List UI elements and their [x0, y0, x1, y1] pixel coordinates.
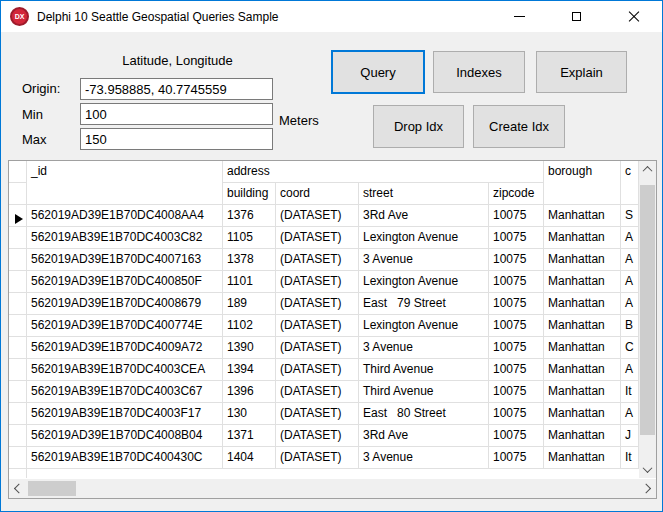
table-row[interactable]: 562019AD39E1B70DC400774E1102(DATASET)Lex…: [9, 315, 639, 337]
cell-zipcode[interactable]: 10075: [489, 205, 544, 227]
cell-borough[interactable]: Manhattan: [544, 205, 621, 227]
create-idx-button[interactable]: Create Idx: [473, 105, 565, 148]
column-header-coord[interactable]: coord: [276, 183, 359, 205]
cell-street[interactable]: 3 Avenue: [359, 447, 489, 469]
maximize-button[interactable]: [548, 1, 605, 32]
table-row[interactable]: 562019AB39E1B70DC4003F17130(DATASET)East…: [9, 403, 639, 425]
table-row[interactable]: 562019AD39E1B70DC4009A721390(DATASET)3 A…: [9, 337, 639, 359]
horizontal-scrollbar-thumb[interactable]: [28, 481, 76, 496]
horizontal-scrollbar[interactable]: [9, 479, 656, 498]
close-button[interactable]: [605, 1, 662, 32]
cell-zipcode[interactable]: 10075: [489, 337, 544, 359]
title-bar[interactable]: DX Delphi 10 Seattle Geospatial Queries …: [1, 1, 662, 32]
cell-borough[interactable]: Manhattan: [544, 227, 621, 249]
table-row[interactable]: 562019AD39E1B70DC4008B041371(DATASET)3Rd…: [9, 425, 639, 447]
cell-cuisine[interactable]: It: [621, 447, 639, 469]
table-row[interactable]: 562019AB39E1B70DC400430C1404(DATASET)3 A…: [9, 447, 639, 469]
cell-street[interactable]: Lexington Avenue: [359, 227, 489, 249]
vertical-scrollbar-thumb[interactable]: [640, 185, 655, 435]
scroll-right-button[interactable]: [639, 479, 656, 498]
cell-coord[interactable]: (DATASET): [276, 315, 359, 337]
cell-id[interactable]: 562019AB39E1B70DC4003F17: [27, 403, 223, 425]
column-header-street[interactable]: street: [359, 183, 489, 205]
cell-id[interactable]: 562019AD39E1B70DC4008AA4: [27, 205, 223, 227]
cell-zipcode[interactable]: 10075: [489, 447, 544, 469]
table-row[interactable]: 562019AD39E1B70DC40071631378(DATASET)3 A…: [9, 249, 639, 271]
cell-zipcode[interactable]: 10075: [489, 315, 544, 337]
table-row[interactable]: 562019AD39E1B70DC4008AA41376(DATASET)3Rd…: [9, 205, 639, 227]
cell-cuisine[interactable]: C: [621, 337, 639, 359]
cell-street[interactable]: 3 Avenue: [359, 337, 489, 359]
cell-building[interactable]: 1394: [223, 359, 276, 381]
cell-cuisine[interactable]: A: [621, 403, 639, 425]
cell-zipcode[interactable]: 10075: [489, 249, 544, 271]
cell-borough[interactable]: Manhattan: [544, 359, 621, 381]
cell-zipcode[interactable]: 10075: [489, 403, 544, 425]
cell-id[interactable]: 562019AD39E1B70DC4008B04: [27, 425, 223, 447]
cell-coord[interactable]: (DATASET): [276, 227, 359, 249]
cell-borough[interactable]: Manhattan: [544, 381, 621, 403]
cell-coord[interactable]: (DATASET): [276, 359, 359, 381]
cell-street[interactable]: 3 Avenue: [359, 249, 489, 271]
cell-building[interactable]: 1371: [223, 425, 276, 447]
cell-coord[interactable]: (DATASET): [276, 249, 359, 271]
minimize-button[interactable]: [491, 1, 548, 32]
table-row[interactable]: 562019AB39E1B70DC4003C671396(DATASET)Thi…: [9, 381, 639, 403]
cell-street[interactable]: Third Avenue: [359, 359, 489, 381]
cell-coord[interactable]: (DATASET): [276, 447, 359, 469]
cell-street[interactable]: East 79 Street: [359, 293, 489, 315]
table-row[interactable]: 562019AB39E1B70DC4003C821105(DATASET)Lex…: [9, 227, 639, 249]
cell-id[interactable]: 562019AD39E1B70DC400850F: [27, 271, 223, 293]
cell-coord[interactable]: (DATASET): [276, 425, 359, 447]
table-row[interactable]: 562019AD39E1B70DC400850F1101(DATASET)Lex…: [9, 271, 639, 293]
cell-id[interactable]: 562019AB39E1B70DC4003CEA: [27, 359, 223, 381]
cell-building[interactable]: 1376: [223, 205, 276, 227]
cell-borough[interactable]: Manhattan: [544, 271, 621, 293]
cell-coord[interactable]: (DATASET): [276, 205, 359, 227]
cell-cuisine[interactable]: B: [621, 315, 639, 337]
cell-borough[interactable]: Manhattan: [544, 403, 621, 425]
cell-zipcode[interactable]: 10075: [489, 271, 544, 293]
cell-cuisine[interactable]: S: [621, 205, 639, 227]
max-input[interactable]: [80, 128, 273, 150]
cell-building[interactable]: 1396: [223, 381, 276, 403]
cell-id[interactable]: 562019AB39E1B70DC400430C: [27, 447, 223, 469]
cell-street[interactable]: Lexington Avenue: [359, 315, 489, 337]
cell-id[interactable]: 562019AD39E1B70DC4009A72: [27, 337, 223, 359]
min-input[interactable]: [80, 103, 273, 125]
cell-zipcode[interactable]: 10075: [489, 381, 544, 403]
indexes-button[interactable]: Indexes: [433, 51, 525, 93]
cell-id[interactable]: 562019AB39E1B70DC4003C67: [27, 381, 223, 403]
cell-borough[interactable]: Manhattan: [544, 425, 621, 447]
cell-cuisine[interactable]: A: [621, 227, 639, 249]
table-row[interactable]: 562019AD39E1B70DC4008679189(DATASET)East…: [9, 293, 639, 315]
column-header-borough[interactable]: borough: [544, 161, 621, 205]
cell-zipcode[interactable]: 10075: [489, 293, 544, 315]
cell-street[interactable]: Third Avenue: [359, 381, 489, 403]
cell-id[interactable]: 562019AD39E1B70DC4007163: [27, 249, 223, 271]
cell-borough[interactable]: Manhattan: [544, 315, 621, 337]
column-header-zipcode[interactable]: zipcode: [489, 183, 544, 205]
cell-cuisine[interactable]: It: [621, 381, 639, 403]
cell-building[interactable]: 1101: [223, 271, 276, 293]
cell-street[interactable]: 3Rd Ave: [359, 205, 489, 227]
cell-coord[interactable]: (DATASET): [276, 271, 359, 293]
cell-cuisine[interactable]: A: [621, 271, 639, 293]
cell-coord[interactable]: (DATASET): [276, 381, 359, 403]
drop-idx-button[interactable]: Drop Idx: [373, 105, 464, 148]
cell-zipcode[interactable]: 10075: [489, 227, 544, 249]
cell-id[interactable]: 562019AB39E1B70DC4003C82: [27, 227, 223, 249]
explain-button[interactable]: Explain: [536, 51, 627, 93]
cell-building[interactable]: 1390: [223, 337, 276, 359]
cell-building[interactable]: 130: [223, 403, 276, 425]
cell-street[interactable]: East 80 Street: [359, 403, 489, 425]
cell-coord[interactable]: (DATASET): [276, 403, 359, 425]
cell-coord[interactable]: (DATASET): [276, 293, 359, 315]
cell-id[interactable]: 562019AD39E1B70DC400774E: [27, 315, 223, 337]
vertical-scrollbar[interactable]: [639, 161, 656, 478]
cell-borough[interactable]: Manhattan: [544, 447, 621, 469]
cell-cuisine[interactable]: A: [621, 249, 639, 271]
column-header-address-group[interactable]: address: [223, 161, 544, 183]
cell-borough[interactable]: Manhattan: [544, 249, 621, 271]
cell-building[interactable]: 1404: [223, 447, 276, 469]
